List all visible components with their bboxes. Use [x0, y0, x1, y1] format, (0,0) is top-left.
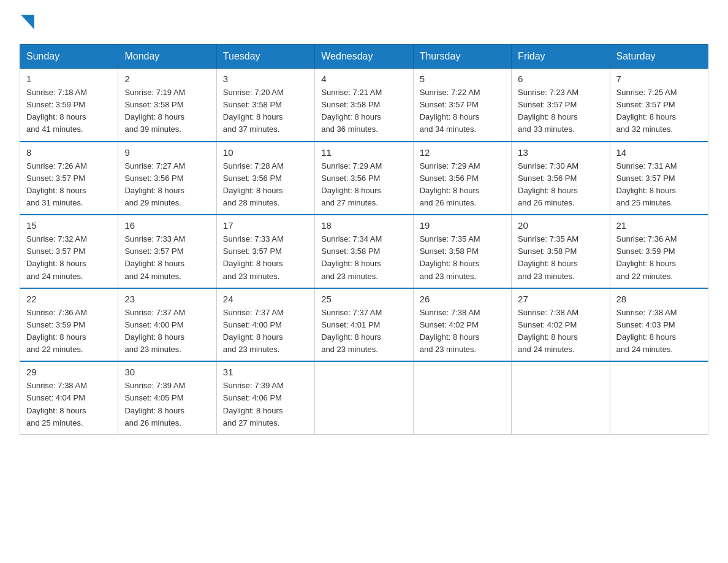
day-info: Sunrise: 7:37 AM Sunset: 4:00 PM Dayligh… [223, 307, 308, 356]
calendar-day-cell: 28 Sunrise: 7:38 AM Sunset: 4:03 PM Dayl… [610, 288, 708, 362]
weekday-header-tuesday: Tuesday [216, 45, 314, 69]
calendar-day-cell: 24 Sunrise: 7:37 AM Sunset: 4:00 PM Dayl… [216, 288, 314, 362]
day-number: 6 [518, 74, 603, 84]
day-info: Sunrise: 7:20 AM Sunset: 3:58 PM Dayligh… [223, 86, 308, 136]
day-info: Sunrise: 7:19 AM Sunset: 3:58 PM Dayligh… [124, 86, 210, 136]
calendar-day-cell: 20 Sunrise: 7:35 AM Sunset: 3:58 PM Dayl… [512, 215, 610, 288]
calendar-day-cell: 11 Sunrise: 7:29 AM Sunset: 3:56 PM Dayl… [315, 142, 413, 215]
weekday-header-sunday: Sunday [20, 45, 118, 69]
day-number: 24 [223, 294, 308, 304]
day-info: Sunrise: 7:39 AM Sunset: 4:06 PM Dayligh… [223, 380, 308, 429]
day-info: Sunrise: 7:30 AM Sunset: 3:56 PM Dayligh… [518, 160, 603, 210]
calendar-day-cell: 16 Sunrise: 7:33 AM Sunset: 3:57 PM Dayl… [118, 215, 216, 288]
day-number: 31 [223, 367, 308, 377]
day-info: Sunrise: 7:31 AM Sunset: 3:57 PM Dayligh… [616, 160, 702, 210]
calendar-day-cell: 29 Sunrise: 7:38 AM Sunset: 4:04 PM Dayl… [20, 361, 118, 434]
day-info: Sunrise: 7:35 AM Sunset: 3:58 PM Dayligh… [518, 233, 603, 283]
day-info: Sunrise: 7:21 AM Sunset: 3:58 PM Dayligh… [321, 86, 406, 136]
day-info: Sunrise: 7:28 AM Sunset: 3:56 PM Dayligh… [223, 160, 308, 210]
logo-arrow-icon [21, 15, 34, 29]
day-number: 22 [26, 294, 112, 304]
day-number: 20 [518, 220, 603, 231]
calendar-day-cell: 17 Sunrise: 7:33 AM Sunset: 3:57 PM Dayl… [216, 215, 314, 288]
day-info: Sunrise: 7:34 AM Sunset: 3:58 PM Dayligh… [321, 233, 406, 283]
day-number: 15 [26, 220, 112, 231]
calendar-table: SundayMondayTuesdayWednesdayThursdayFrid… [20, 44, 708, 435]
day-number: 1 [26, 74, 112, 84]
calendar-day-cell: 13 Sunrise: 7:30 AM Sunset: 3:56 PM Dayl… [512, 142, 610, 215]
day-number: 11 [321, 147, 406, 158]
calendar-day-cell [413, 361, 511, 434]
calendar-day-cell: 5 Sunrise: 7:22 AM Sunset: 3:57 PM Dayli… [413, 69, 511, 142]
calendar-day-cell [512, 361, 610, 434]
weekday-header-thursday: Thursday [413, 45, 511, 69]
calendar-day-cell: 15 Sunrise: 7:32 AM Sunset: 3:57 PM Dayl… [20, 215, 118, 288]
calendar-day-cell: 30 Sunrise: 7:39 AM Sunset: 4:05 PM Dayl… [118, 361, 216, 434]
calendar-day-cell: 23 Sunrise: 7:37 AM Sunset: 4:00 PM Dayl… [118, 288, 216, 362]
day-number: 21 [616, 220, 702, 231]
calendar-week-row: 1 Sunrise: 7:18 AM Sunset: 3:59 PM Dayli… [20, 69, 708, 142]
calendar-day-cell [610, 361, 708, 434]
day-info: Sunrise: 7:37 AM Sunset: 4:01 PM Dayligh… [321, 307, 406, 356]
day-info: Sunrise: 7:18 AM Sunset: 3:59 PM Dayligh… [26, 86, 112, 136]
day-info: Sunrise: 7:33 AM Sunset: 3:57 PM Dayligh… [124, 233, 210, 283]
day-number: 9 [124, 147, 210, 158]
calendar-week-row: 29 Sunrise: 7:38 AM Sunset: 4:04 PM Dayl… [20, 361, 708, 434]
day-number: 16 [124, 220, 210, 231]
day-info: Sunrise: 7:36 AM Sunset: 3:59 PM Dayligh… [26, 307, 112, 356]
day-info: Sunrise: 7:22 AM Sunset: 3:57 PM Dayligh… [420, 86, 505, 136]
calendar-day-cell: 25 Sunrise: 7:37 AM Sunset: 4:01 PM Dayl… [315, 288, 413, 362]
calendar-day-cell: 1 Sunrise: 7:18 AM Sunset: 3:59 PM Dayli… [20, 69, 118, 142]
day-number: 23 [124, 294, 210, 304]
page-header [20, 15, 708, 32]
day-number: 30 [124, 367, 210, 377]
calendar-day-cell: 18 Sunrise: 7:34 AM Sunset: 3:58 PM Dayl… [315, 215, 413, 288]
calendar-day-cell: 6 Sunrise: 7:23 AM Sunset: 3:57 PM Dayli… [512, 69, 610, 142]
calendar-week-row: 8 Sunrise: 7:26 AM Sunset: 3:57 PM Dayli… [20, 142, 708, 215]
day-info: Sunrise: 7:38 AM Sunset: 4:04 PM Dayligh… [26, 380, 112, 429]
day-info: Sunrise: 7:29 AM Sunset: 3:56 PM Dayligh… [321, 160, 406, 210]
day-info: Sunrise: 7:37 AM Sunset: 4:00 PM Dayligh… [124, 307, 210, 356]
logo-text [20, 15, 34, 32]
calendar-day-cell: 31 Sunrise: 7:39 AM Sunset: 4:06 PM Dayl… [216, 361, 314, 434]
day-number: 13 [518, 147, 603, 158]
svg-marker-0 [21, 15, 34, 29]
day-info: Sunrise: 7:25 AM Sunset: 3:57 PM Dayligh… [616, 86, 702, 136]
day-number: 3 [223, 74, 308, 84]
calendar-week-row: 22 Sunrise: 7:36 AM Sunset: 3:59 PM Dayl… [20, 288, 708, 362]
day-info: Sunrise: 7:38 AM Sunset: 4:03 PM Dayligh… [616, 307, 702, 356]
calendar-day-cell: 27 Sunrise: 7:38 AM Sunset: 4:02 PM Dayl… [512, 288, 610, 362]
weekday-header-friday: Friday [512, 45, 610, 69]
day-number: 12 [420, 147, 505, 158]
weekday-header-monday: Monday [118, 45, 216, 69]
day-info: Sunrise: 7:39 AM Sunset: 4:05 PM Dayligh… [124, 380, 210, 429]
calendar-day-cell: 8 Sunrise: 7:26 AM Sunset: 3:57 PM Dayli… [20, 142, 118, 215]
calendar-header-row: SundayMondayTuesdayWednesdayThursdayFrid… [20, 45, 708, 69]
calendar-day-cell: 4 Sunrise: 7:21 AM Sunset: 3:58 PM Dayli… [315, 69, 413, 142]
day-info: Sunrise: 7:35 AM Sunset: 3:58 PM Dayligh… [420, 233, 505, 283]
calendar-day-cell: 26 Sunrise: 7:38 AM Sunset: 4:02 PM Dayl… [413, 288, 511, 362]
day-info: Sunrise: 7:38 AM Sunset: 4:02 PM Dayligh… [420, 307, 505, 356]
calendar-day-cell: 9 Sunrise: 7:27 AM Sunset: 3:56 PM Dayli… [118, 142, 216, 215]
weekday-header-wednesday: Wednesday [315, 45, 413, 69]
calendar-day-cell [315, 361, 413, 434]
calendar-day-cell: 22 Sunrise: 7:36 AM Sunset: 3:59 PM Dayl… [20, 288, 118, 362]
calendar-day-cell: 2 Sunrise: 7:19 AM Sunset: 3:58 PM Dayli… [118, 69, 216, 142]
day-number: 2 [124, 74, 210, 84]
day-number: 26 [420, 294, 505, 304]
day-info: Sunrise: 7:38 AM Sunset: 4:02 PM Dayligh… [518, 307, 603, 356]
day-number: 4 [321, 74, 406, 84]
calendar-day-cell: 21 Sunrise: 7:36 AM Sunset: 3:59 PM Dayl… [610, 215, 708, 288]
day-info: Sunrise: 7:32 AM Sunset: 3:57 PM Dayligh… [26, 233, 112, 283]
day-info: Sunrise: 7:27 AM Sunset: 3:56 PM Dayligh… [124, 160, 210, 210]
day-info: Sunrise: 7:33 AM Sunset: 3:57 PM Dayligh… [223, 233, 308, 283]
day-number: 19 [420, 220, 505, 231]
day-number: 27 [518, 294, 603, 304]
calendar-day-cell: 10 Sunrise: 7:28 AM Sunset: 3:56 PM Dayl… [216, 142, 314, 215]
calendar-day-cell: 19 Sunrise: 7:35 AM Sunset: 3:58 PM Dayl… [413, 215, 511, 288]
calendar-week-row: 15 Sunrise: 7:32 AM Sunset: 3:57 PM Dayl… [20, 215, 708, 288]
day-number: 7 [616, 74, 702, 84]
day-number: 10 [223, 147, 308, 158]
calendar-day-cell: 12 Sunrise: 7:29 AM Sunset: 3:56 PM Dayl… [413, 142, 511, 215]
day-number: 18 [321, 220, 406, 231]
